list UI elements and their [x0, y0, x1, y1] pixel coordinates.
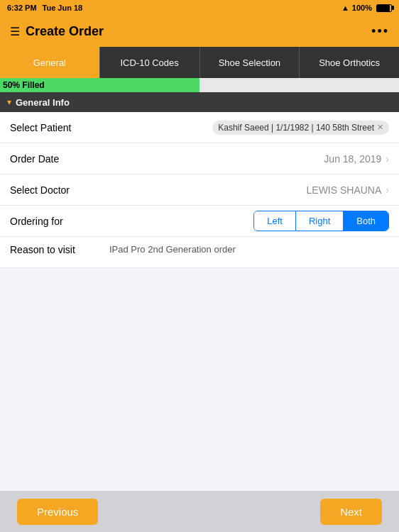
patient-row: Select Patient Kashif Saeed | 1/1/1982 |…: [0, 112, 399, 143]
ordering-left-button[interactable]: Left: [254, 211, 296, 231]
menu-icon[interactable]: ☰: [10, 25, 20, 38]
progress-label: 50% Filled: [0, 80, 45, 90]
section-title: General Info: [16, 97, 70, 108]
reason-value: IPad Pro 2nd Generation order: [109, 244, 389, 260]
patient-tag[interactable]: Kashif Saeed | 1/1/1982 | 140 58th Stree…: [212, 121, 389, 135]
header: ☰ Create Order •••: [0, 16, 399, 47]
previous-button[interactable]: Previous: [17, 499, 98, 525]
doctor-value: LEWIS SHAUNA: [307, 184, 382, 196]
status-time: 6:32 PM: [7, 4, 37, 12]
bottom-bar: Previous Next: [0, 491, 399, 532]
order-date-label: Order Date: [10, 153, 109, 165]
tab-icd10[interactable]: ICD-10 Codes: [100, 47, 200, 78]
more-icon[interactable]: •••: [371, 24, 389, 39]
doctor-chevron: ›: [386, 184, 389, 196]
status-day: Tue Jun 18: [43, 4, 83, 12]
tab-general[interactable]: General: [0, 47, 100, 78]
ordering-buttons-area: Left Right Both: [109, 211, 389, 231]
doctor-row[interactable]: Select Doctor LEWIS SHAUNA ›: [0, 174, 399, 206]
patient-label: Select Patient: [10, 122, 109, 133]
tab-shoe-orthotics[interactable]: Shoe Orthotics: [300, 47, 399, 78]
page-title: Create Order: [26, 24, 104, 39]
status-bar: 6:32 PM Tue Jun 18 ▲ 100%: [0, 0, 399, 16]
patient-remove-icon[interactable]: ✕: [377, 123, 383, 132]
order-date-value-area: Jun 18, 2019 ›: [109, 153, 389, 165]
next-button[interactable]: Next: [320, 499, 382, 525]
ordering-button-group: Left Right Both: [253, 211, 389, 231]
battery-icon: 100%: [352, 4, 372, 12]
reason-label: Reason to visit: [10, 244, 109, 260]
ordering-right-button[interactable]: Right: [296, 211, 344, 231]
reason-row: Reason to visit IPad Pro 2nd Generation …: [0, 237, 399, 268]
doctor-label: Select Doctor: [10, 184, 109, 196]
form-area: Select Patient Kashif Saeed | 1/1/1982 |…: [0, 112, 399, 268]
battery-bar-icon: [376, 4, 392, 12]
section-header: ▾ General Info: [0, 92, 399, 112]
ordering-row: Ordering for Left Right Both: [0, 206, 399, 237]
section-chevron[interactable]: ▾: [7, 97, 11, 107]
order-date-value: Jun 18, 2019: [324, 153, 381, 165]
progress-bar: 50% Filled: [0, 78, 399, 92]
patient-tag-text: Kashif Saeed | 1/1/1982 | 140 58th Stree…: [218, 123, 374, 133]
tabs-container: General ICD-10 Codes Shoe Selection Shoe…: [0, 47, 399, 78]
wifi-icon: ▲: [341, 4, 349, 12]
doctor-value-area: LEWIS SHAUNA ›: [109, 184, 389, 196]
order-date-chevron: ›: [386, 153, 389, 165]
ordering-label: Ordering for: [10, 216, 109, 227]
order-date-row[interactable]: Order Date Jun 18, 2019 ›: [0, 143, 399, 174]
ordering-both-button[interactable]: Both: [344, 211, 388, 231]
tab-shoe-selection[interactable]: Shoe Selection: [200, 47, 300, 78]
patient-value-area: Kashif Saeed | 1/1/1982 | 140 58th Stree…: [109, 121, 389, 135]
